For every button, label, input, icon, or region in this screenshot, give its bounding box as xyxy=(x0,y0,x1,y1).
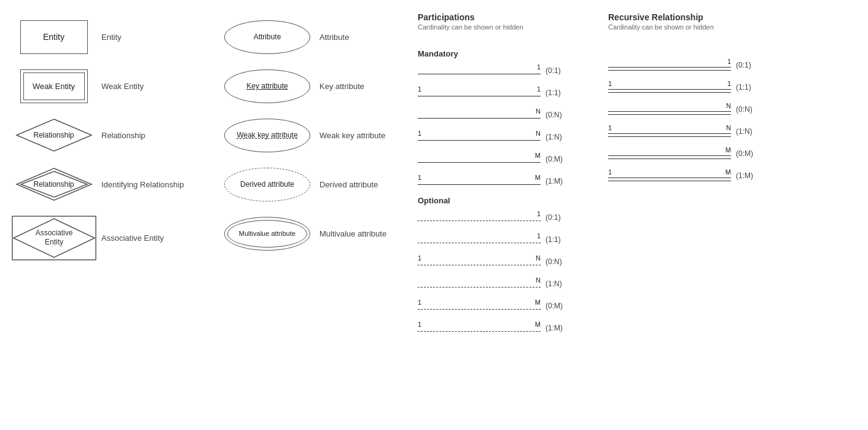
mandatory-line-4: M xyxy=(418,150,541,168)
relationship-shape-container: Relationship xyxy=(6,117,101,154)
participations-panel: Participations Cardinality can be shown … xyxy=(412,12,596,342)
svg-text:Associative: Associative xyxy=(35,229,72,237)
recursive-line-3: 1 N xyxy=(608,123,731,140)
weak-key-attribute-text-label: Weak key attribute xyxy=(319,131,412,140)
participations-header: Participations Cardinality can be shown … xyxy=(418,12,596,43)
associative-entity-svg: Associative Entity xyxy=(11,215,97,261)
multivalue-attribute-ellipse: Multivalue attribute xyxy=(224,217,310,251)
derived-attribute-shape-label: Derived attribute xyxy=(240,180,294,189)
multivalue-attribute-text-label: Multivalue attribute xyxy=(319,229,412,238)
associative-entity-text-label: Associative Entity xyxy=(101,233,194,243)
weak-key-attribute-ellipse: Weak key attribute xyxy=(224,119,310,152)
weak-key-attribute-shape-label: Weak key attribute xyxy=(237,131,297,139)
entity-row: Entity Entity xyxy=(6,12,215,61)
recursive-line-5: 1 M xyxy=(608,167,731,184)
identifying-relationship-row: Relationship Identifying Relationship xyxy=(6,160,215,209)
recursive-line-1: 1 1 xyxy=(608,79,731,96)
weak-entity-row: Weak Entity Weak Entity xyxy=(6,61,215,111)
weak-key-attribute-shape-container: Weak key attribute xyxy=(215,119,319,152)
multivalue-attribute-shape-label: Multivalue attribute xyxy=(239,230,295,237)
key-attribute-ellipse: Key attribute xyxy=(224,69,310,103)
optional-line-1: 1 xyxy=(418,231,541,248)
weak-key-attribute-row: Weak key attribute Weak key attribute xyxy=(215,111,412,160)
svg-text:Entity: Entity xyxy=(44,238,63,246)
weak-entity-box-label: Weak Entity xyxy=(33,82,75,91)
mandatory-row-2: N (0:N) xyxy=(418,106,596,123)
entity-box: Entity xyxy=(20,20,88,54)
key-attribute-shape-label: Key attribute xyxy=(246,82,287,90)
recursive-title: Recursive Relationship xyxy=(608,12,714,22)
recursive-panel: Recursive Relationship Cardinality can b… xyxy=(596,12,792,342)
mandatory-line-5: 1 M xyxy=(418,173,541,190)
derived-attribute-shape-container: Derived attribute xyxy=(215,168,319,201)
derived-attribute-row: Derived attribute Derived attribute xyxy=(215,160,412,209)
key-attribute-text-label: Key attribute xyxy=(319,82,412,91)
entity-shape-container: Entity xyxy=(6,20,101,54)
recursive-row-1: 1 1 (1:1) xyxy=(608,79,792,96)
participations-title: Participations xyxy=(418,12,523,22)
relationship-diamond-label: Relationship xyxy=(33,131,74,139)
weak-entity-box: Weak Entity xyxy=(20,69,88,103)
weak-entity-text-label: Weak Entity xyxy=(101,82,194,91)
entity-text-label: Entity xyxy=(101,33,194,42)
relationship-diamond: Relationship xyxy=(14,117,94,154)
mandatory-row-4: M (0:M) xyxy=(418,150,596,168)
entity-box-label: Entity xyxy=(43,32,65,42)
multivalue-attribute-shape-container: Multivalue attribute xyxy=(215,217,319,251)
optional-line-4: 1 M xyxy=(418,297,541,315)
recursive-row-2: N (0:N) xyxy=(608,101,792,118)
relationship-text-label: Relationship xyxy=(101,131,194,140)
key-attribute-shape-container: Key attribute xyxy=(215,69,319,103)
recursive-row-5: 1 M (1:M) xyxy=(608,167,792,184)
mandatory-label: Mandatory xyxy=(418,49,596,58)
weak-entity-shape-container: Weak Entity xyxy=(6,69,101,103)
optional-line-5: 1 M xyxy=(418,319,541,337)
mandatory-row-3: 1 N (1:N) xyxy=(418,128,596,146)
optional-line-0: 1 xyxy=(418,209,541,226)
optional-line-3: N xyxy=(418,275,541,292)
attributes-panel: Attribute Attribute Key attribute Key at… xyxy=(215,12,412,342)
optional-row-1: 1 (1:1) xyxy=(418,231,596,248)
identifying-relationship-diamond: Relationship xyxy=(14,166,94,203)
participations-subtitle: Cardinality can be shown or hidden xyxy=(418,23,523,31)
optional-row-0: 1 (0:1) xyxy=(418,209,596,226)
attribute-ellipse: Attribute xyxy=(224,20,310,54)
recursive-row-4: M (0:M) xyxy=(608,145,792,162)
associative-entity-row: Associative Entity Associative Entity xyxy=(6,209,215,267)
mandatory-row-5: 1 M (1:M) xyxy=(418,173,596,190)
associative-entity-shape-container: Associative Entity xyxy=(6,215,101,261)
optional-row-2: 1 N (0:N) xyxy=(418,253,596,270)
recursive-row-0: 1 (0:1) xyxy=(608,57,792,74)
recursive-line-4: M xyxy=(608,145,731,162)
mandatory-line-0: 1 xyxy=(418,62,541,79)
recursive-line-0: 1 xyxy=(608,57,731,74)
relationship-row: Relationship Relationship xyxy=(6,111,215,160)
page: Entity Entity Weak Entity Weak Entity xyxy=(0,0,868,354)
derived-attribute-text-label: Derived attribute xyxy=(319,180,412,189)
optional-row-3: N (1:N) xyxy=(418,275,596,292)
mandatory-line-2: N xyxy=(418,106,541,123)
recursive-header: Recursive Relationship Cardinality can b… xyxy=(608,12,792,43)
mandatory-line-1: 1 1 xyxy=(418,84,541,101)
mandatory-line-3: 1 N xyxy=(418,128,541,146)
attribute-shape-container: Attribute xyxy=(215,20,319,54)
identifying-diamond-label: Relationship xyxy=(33,180,74,189)
attribute-text-label: Attribute xyxy=(319,33,412,42)
recursive-subtitle: Cardinality can be shown or hidden xyxy=(608,23,714,31)
optional-row-4: 1 M (0:M) xyxy=(418,297,596,315)
optional-label: Optional xyxy=(418,196,596,205)
multivalue-attribute-row: Multivalue attribute Multivalue attribut… xyxy=(215,209,412,258)
attribute-shape-label: Attribute xyxy=(254,33,281,41)
optional-line-2: 1 N xyxy=(418,253,541,270)
shapes-panel: Entity Entity Weak Entity Weak Entity xyxy=(6,12,215,342)
recursive-row-3: 1 N (1:N) xyxy=(608,123,792,140)
optional-row-5: 1 M (1:M) xyxy=(418,319,596,337)
mandatory-row-1: 1 1 (1:1) xyxy=(418,84,596,101)
associative-entity-shape: Associative Entity xyxy=(11,215,97,261)
identifying-relationship-shape-container: Relationship xyxy=(6,166,101,203)
mandatory-row-0: 1 (0:1) xyxy=(418,62,596,79)
recursive-line-2: N xyxy=(608,101,731,118)
attribute-row: Attribute Attribute xyxy=(215,12,412,61)
key-attribute-row: Key attribute Key attribute xyxy=(215,61,412,111)
derived-attribute-ellipse: Derived attribute xyxy=(224,168,310,201)
